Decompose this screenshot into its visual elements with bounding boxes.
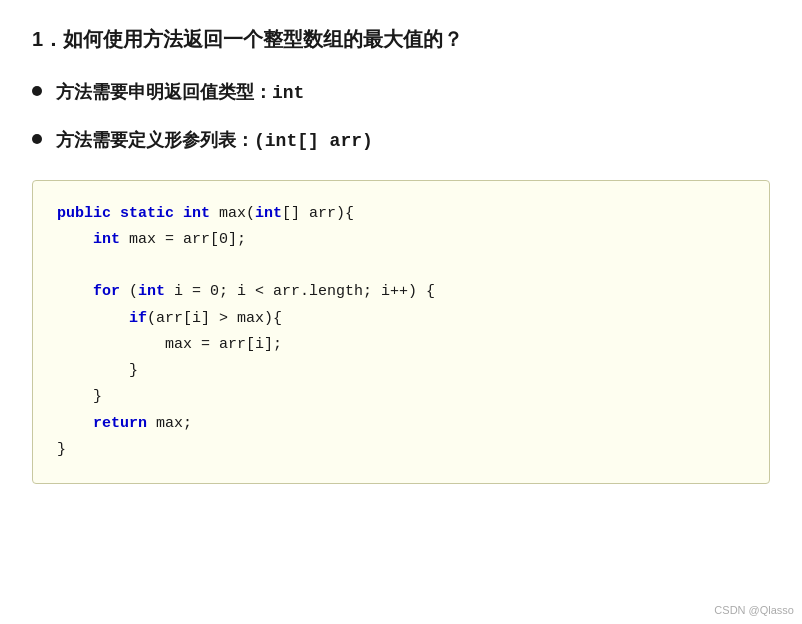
code-line-6: max = arr[i]; — [57, 332, 745, 358]
code-line-5: if(arr[i] > max){ — [57, 306, 745, 332]
bullet-item-1: 方法需要申明返回值类型：int — [32, 78, 770, 108]
bullet-dot-1 — [32, 86, 42, 96]
code-line-4: for (int i = 0; i < arr.length; i++) { — [57, 279, 745, 305]
bullet-code-2: (int[] arr) — [254, 131, 373, 151]
bullet-dot-2 — [32, 134, 42, 144]
bullet-text-2: 方法需要定义形参列表：(int[] arr) — [56, 126, 373, 156]
code-line-9: return max; — [57, 411, 745, 437]
bullet-prefix-1: 方法需要申明返回值类型： — [56, 82, 272, 102]
bullet-list: 方法需要申明返回值类型：int 方法需要定义形参列表：(int[] arr) — [32, 78, 770, 156]
code-line-8: } — [57, 384, 745, 410]
watermark: CSDN @Qlasso — [714, 604, 794, 616]
bullet-code-1: int — [272, 83, 304, 103]
page-title: 1．如何使用方法返回一个整型数组的最大值的？ — [32, 24, 770, 54]
bullet-item-2: 方法需要定义形参列表：(int[] arr) — [32, 126, 770, 156]
code-line-7: } — [57, 358, 745, 384]
code-line-3 — [57, 253, 745, 279]
bullet-text-1: 方法需要申明返回值类型：int — [56, 78, 304, 108]
code-line-10: } — [57, 437, 745, 463]
code-line-2: int max = arr[0]; — [57, 227, 745, 253]
bullet-prefix-2: 方法需要定义形参列表： — [56, 130, 254, 150]
code-line-1: public static int max(int[] arr){ — [57, 201, 745, 227]
code-block: public static int max(int[] arr){ int ma… — [32, 180, 770, 485]
